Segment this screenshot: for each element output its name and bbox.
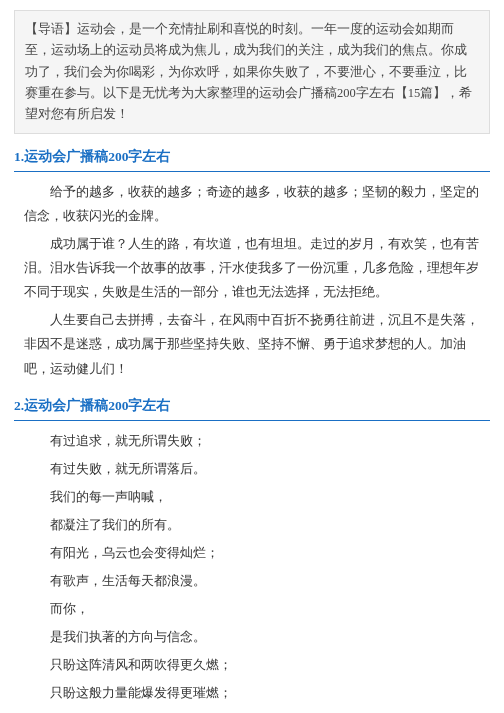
poem-line-2-7: 而你， bbox=[50, 597, 490, 621]
poem-line-2-5: 有阳光，乌云也会变得灿烂； bbox=[50, 541, 490, 565]
guide-box: 【导语】运动会，是一个充情扯刷和喜悦的时刻。一年一度的运动会如期而至，运动场上的… bbox=[14, 10, 490, 134]
poem-line-2-10: 只盼这般力量能爆发得更璀燃； bbox=[50, 681, 490, 705]
paragraph-1-3: 人生要自己去拼搏，去奋斗，在风雨中百折不挠勇往前进，沉且不是失落，非因不是迷惑，… bbox=[24, 308, 490, 380]
poem-line-2-4: 都凝注了我们的所有。 bbox=[50, 513, 490, 537]
section-title-1: 1.运动会广播稿200字左右 bbox=[14, 146, 490, 172]
poem-line-2-9: 只盼这阵清风和两吹得更久燃； bbox=[50, 653, 490, 677]
section-2: 2.运动会广播稿200字左右有过追求，就无所谓失败；有过失败，就无所谓落后。我们… bbox=[14, 395, 490, 713]
section-title-2: 2.运动会广播稿200字左右 bbox=[14, 395, 490, 421]
poem-line-2-6: 有歌声，生活每天都浪漫。 bbox=[50, 569, 490, 593]
section-1: 1.运动会广播稿200字左右给予的越多，收获的越多；奇迹的越多，收获的越多；坚韧… bbox=[14, 146, 490, 380]
sections-container: 1.运动会广播稿200字左右给予的越多，收获的越多；奇迹的越多，收获的越多；坚韧… bbox=[14, 146, 490, 713]
section-content-2: 有过追求，就无所谓失败；有过失败，就无所谓落后。我们的每一声呐喊，都凝注了我们的… bbox=[14, 429, 490, 714]
poem-line-2-1: 有过追求，就无所谓失败； bbox=[50, 429, 490, 453]
paragraph-1-1: 给予的越多，收获的越多；奇迹的越多，收获的越多；坚韧的毅力，坚定的信念，收获闪光… bbox=[24, 180, 490, 228]
paragraph-1-2: 成功属于谁？人生的路，有坎道，也有坦坦。走过的岁月，有欢笑，也有苦泪。泪水告诉我… bbox=[24, 232, 490, 304]
poem-line-2-11: 因为今生是明天的起点， bbox=[50, 709, 490, 713]
poem-line-2-3: 我们的每一声呐喊， bbox=[50, 485, 490, 509]
guide-text: 【导语】运动会，是一个充情扯刷和喜悦的时刻。一年一度的运动会如期而至，运动场上的… bbox=[25, 22, 472, 121]
section-content-1: 给予的越多，收获的越多；奇迹的越多，收获的越多；坚韧的毅力，坚定的信念，收获闪光… bbox=[14, 180, 490, 380]
poem-line-2-8: 是我们执著的方向与信念。 bbox=[50, 625, 490, 649]
poem-line-2-2: 有过失败，就无所谓落后。 bbox=[50, 457, 490, 481]
